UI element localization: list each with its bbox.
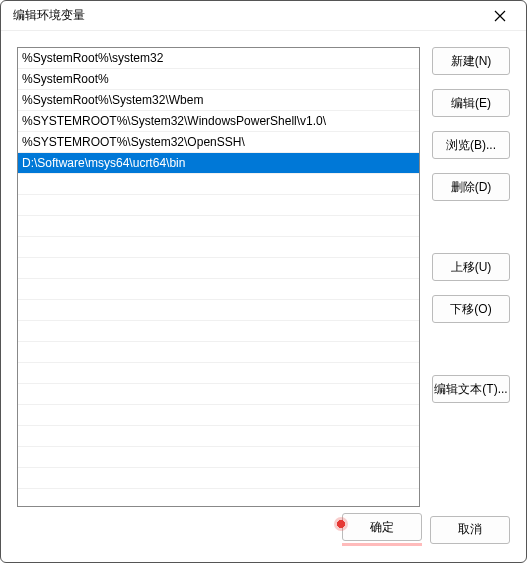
edit-text-button[interactable]: 编辑文本(T)...: [432, 375, 510, 403]
delete-button[interactable]: 删除(D): [432, 173, 510, 201]
list-item[interactable]: [18, 426, 419, 447]
list-item[interactable]: [18, 216, 419, 237]
list-item[interactable]: [18, 342, 419, 363]
window-title: 编辑环境变量: [13, 7, 85, 24]
list-item[interactable]: %SystemRoot%\system32: [18, 48, 419, 69]
list-item[interactable]: %SystemRoot%: [18, 69, 419, 90]
list-item[interactable]: [18, 384, 419, 405]
list-item[interactable]: [18, 237, 419, 258]
side-buttons: 新建(N) 编辑(E) 浏览(B)... 删除(D) 上移(U) 下移(O) 编…: [432, 47, 510, 507]
move-down-button[interactable]: 下移(O): [432, 295, 510, 323]
list-item[interactable]: [18, 447, 419, 468]
edit-button[interactable]: 编辑(E): [432, 89, 510, 117]
path-listbox[interactable]: %SystemRoot%\system32%SystemRoot%%System…: [17, 47, 420, 507]
close-button[interactable]: [486, 2, 514, 30]
bottom-bar: 确定 取消: [342, 513, 510, 546]
main-area: %SystemRoot%\system32%SystemRoot%%System…: [17, 47, 510, 507]
list-item[interactable]: D:\Software\msys64\ucrt64\bin: [18, 153, 419, 174]
new-button[interactable]: 新建(N): [432, 47, 510, 75]
list-item[interactable]: [18, 468, 419, 489]
titlebar: 编辑环境变量: [1, 1, 526, 31]
list-item[interactable]: [18, 405, 419, 426]
list-item[interactable]: [18, 258, 419, 279]
list-item[interactable]: [18, 363, 419, 384]
list-item[interactable]: [18, 321, 419, 342]
ok-button[interactable]: 确定: [342, 513, 422, 541]
list-item[interactable]: %SystemRoot%\System32\Wbem: [18, 90, 419, 111]
dialog-window: 编辑环境变量 %SystemRoot%\system32%SystemRoot%…: [0, 0, 527, 563]
browse-button[interactable]: 浏览(B)...: [432, 131, 510, 159]
list-item[interactable]: [18, 279, 419, 300]
list-item[interactable]: [18, 174, 419, 195]
cancel-button[interactable]: 取消: [430, 516, 510, 544]
list-item[interactable]: %SYSTEMROOT%\System32\OpenSSH\: [18, 132, 419, 153]
list-item[interactable]: [18, 300, 419, 321]
close-icon: [494, 10, 506, 22]
move-up-button[interactable]: 上移(U): [432, 253, 510, 281]
content-area: %SystemRoot%\system32%SystemRoot%%System…: [1, 31, 526, 562]
list-item[interactable]: [18, 195, 419, 216]
list-item[interactable]: %SYSTEMROOT%\System32\WindowsPowerShell\…: [18, 111, 419, 132]
ok-highlight: 确定: [342, 513, 422, 546]
